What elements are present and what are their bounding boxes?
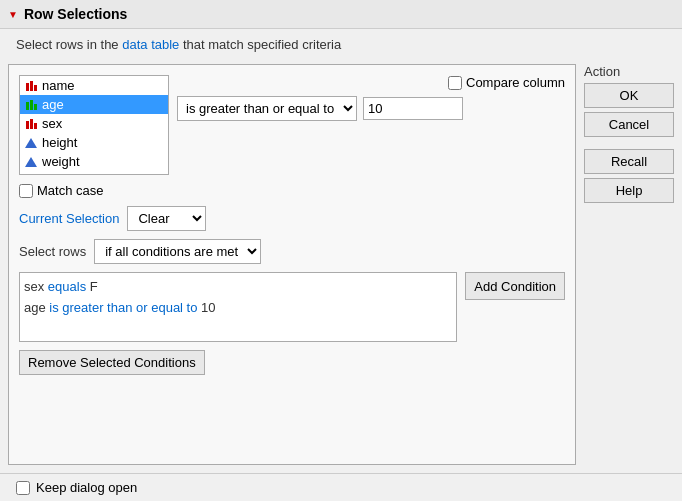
svg-rect-0 bbox=[26, 83, 29, 91]
collapse-icon[interactable]: ▼ bbox=[8, 9, 18, 20]
bottom-bar: Keep dialog open bbox=[0, 474, 682, 501]
svg-rect-1 bbox=[30, 81, 33, 91]
svg-rect-5 bbox=[34, 104, 37, 110]
select-rows-label: Select rows bbox=[19, 244, 86, 259]
svg-rect-7 bbox=[30, 119, 33, 129]
add-condition-button[interactable]: Add Condition bbox=[465, 272, 565, 300]
blue-icon bbox=[24, 155, 38, 169]
select-rows-select[interactable]: if all conditions are metif any conditio… bbox=[94, 239, 261, 264]
column-item[interactable]: name bbox=[20, 76, 168, 95]
column-item[interactable]: weight bbox=[20, 152, 168, 171]
help-button[interactable]: Help bbox=[584, 178, 674, 203]
ok-button[interactable]: OK bbox=[584, 83, 674, 108]
conditions-area: sex equals Fage is greater than or equal… bbox=[19, 272, 565, 342]
red-icon bbox=[24, 117, 38, 131]
value-input[interactable] bbox=[363, 97, 463, 120]
svg-rect-3 bbox=[26, 102, 29, 110]
cancel-button[interactable]: Cancel bbox=[584, 112, 674, 137]
blue-icon bbox=[24, 136, 38, 150]
column-item[interactable]: sex bbox=[20, 114, 168, 133]
svg-rect-6 bbox=[26, 121, 29, 129]
action-panel: Action OK Cancel Recall Help bbox=[584, 64, 674, 465]
title-bar: ▼ Row Selections bbox=[0, 0, 682, 29]
condition-controls: Compare column equalsis not equal tois l… bbox=[177, 75, 565, 121]
match-case-row: Match case bbox=[19, 183, 565, 198]
svg-marker-10 bbox=[25, 157, 37, 167]
green-icon bbox=[24, 98, 38, 112]
match-case-label: Match case bbox=[37, 183, 103, 198]
main-content: nameagesexheightweight Compare column eq… bbox=[0, 60, 682, 473]
operator-select[interactable]: equalsis not equal tois less thanis less… bbox=[177, 96, 357, 121]
svg-rect-4 bbox=[30, 100, 33, 110]
recall-button[interactable]: Recall bbox=[584, 149, 674, 174]
condition-line: sex equals F bbox=[24, 277, 452, 298]
window-title: Row Selections bbox=[24, 6, 127, 22]
keep-dialog-open-label: Keep dialog open bbox=[36, 480, 137, 495]
current-selection-label: Current Selection bbox=[19, 211, 119, 226]
svg-rect-2 bbox=[34, 85, 37, 91]
subtitle: Select rows in the data table that match… bbox=[0, 29, 682, 60]
red-icon bbox=[24, 79, 38, 93]
match-case-checkbox[interactable] bbox=[19, 184, 33, 198]
column-item[interactable]: height bbox=[20, 133, 168, 152]
svg-rect-8 bbox=[34, 123, 37, 129]
column-list[interactable]: nameagesexheightweight bbox=[19, 75, 169, 175]
action-label: Action bbox=[584, 64, 674, 79]
condition-line: age is greater than or equal to 10 bbox=[24, 298, 452, 319]
svg-marker-9 bbox=[25, 138, 37, 148]
compare-column-label: Compare column bbox=[466, 75, 565, 90]
row-selections-window: ▼ Row Selections Select rows in the data… bbox=[0, 0, 682, 501]
main-panel: nameagesexheightweight Compare column eq… bbox=[8, 64, 576, 465]
column-item[interactable]: age bbox=[20, 95, 168, 114]
conditions-list[interactable]: sex equals Fage is greater than or equal… bbox=[19, 272, 457, 342]
compare-column-row: Compare column bbox=[177, 75, 565, 90]
remove-conditions-button[interactable]: Remove Selected Conditions bbox=[19, 350, 205, 375]
operator-value-row: equalsis not equal tois less thanis less… bbox=[177, 96, 565, 121]
current-selection-row: Current Selection ClearExtendRestrict bbox=[19, 206, 565, 231]
select-rows-row: Select rows if all conditions are metif … bbox=[19, 239, 565, 264]
current-selection-select[interactable]: ClearExtendRestrict bbox=[127, 206, 206, 231]
compare-column-checkbox[interactable] bbox=[448, 76, 462, 90]
top-row: nameagesexheightweight Compare column eq… bbox=[19, 75, 565, 175]
keep-dialog-open-checkbox[interactable] bbox=[16, 481, 30, 495]
action-buttons: OK Cancel Recall Help bbox=[584, 83, 674, 203]
